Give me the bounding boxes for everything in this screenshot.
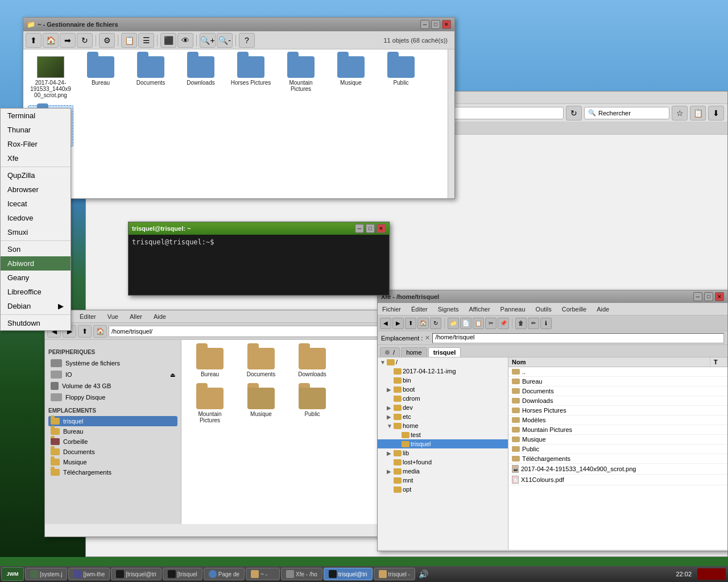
xfe-menu-afficher[interactable]: Afficher [466,305,492,314]
browser-bookmark-add-button[interactable]: 📋 [690,106,706,120]
bottom-file-bureau[interactable]: Bureau [187,346,233,380]
thunar-reload-button[interactable]: ↻ [77,33,93,48]
browser-refresh-button[interactable]: ↻ [566,106,582,120]
file-item-musique[interactable]: Musique [328,54,374,101]
xfe-row-dotdot[interactable]: .. [508,367,727,377]
context-menu-icedove[interactable]: Icedove [1,211,71,225]
browser-download-button[interactable]: ⬇ [708,106,724,120]
xfe-minimize-button[interactable]: ─ [693,292,702,301]
tree-item-test[interactable]: test [378,430,508,439]
xfe-new-file-button[interactable]: 📄 [460,318,471,329]
thunar-up-button[interactable]: ⬆ [26,33,42,48]
xfe-menu-aide[interactable]: Aide [594,305,611,314]
taskbar-item-thunar1[interactable]: ~ - [246,568,280,580]
xfe-forward-button[interactable]: ▶ [392,318,404,329]
terminal-content[interactable]: trisquel@trisquel:~$ [129,235,389,250]
xfe-menu-corbeille[interactable]: Corbeille [560,305,589,314]
context-menu-debian[interactable]: Debian ▶ [1,299,71,313]
context-menu-xfe[interactable]: Xfe [1,151,71,165]
file-item-bureau[interactable]: Bureau [78,54,123,101]
context-menu-rox-filer[interactable]: Rox-Filer [1,137,71,151]
volume-icon[interactable]: 🔊 [419,569,428,579]
xfe-row-horses[interactable]: Horses Pictures [508,406,727,415]
context-menu-abrowser[interactable]: Abrowser [1,182,71,197]
thunar-eye-button[interactable]: 👁 [177,33,193,48]
xfe-row-modeles[interactable]: Modèles [508,415,727,425]
xfe-location-clear-button[interactable]: ✕ [425,334,430,342]
bottom-file-musique[interactable]: Musique [238,385,284,426]
xfe-props-button[interactable]: ℹ [540,318,552,329]
xfe-paste-button[interactable]: 📌 [498,318,509,329]
thunar-bottom-menu-aide[interactable]: Aide [151,312,168,321]
xfe-row-screenshot[interactable]: 📷 2017-04-24-191533_1440x900_scrot.png [508,464,727,475]
file-item-horses[interactable]: Horses Pictures [228,54,274,101]
xfe-location-input[interactable]: /home/trisquel [432,333,724,343]
taskbar-item-thunar2[interactable]: trisquel - [374,568,415,580]
tree-item-root[interactable]: ▼ / [378,357,508,367]
xfe-close-button[interactable]: ✕ [715,292,724,301]
place-trisquel[interactable]: trisquel [48,416,177,426]
thunar-zoom-out-button[interactable]: 🔍- [217,33,233,48]
xfe-menu-outils[interactable]: Outils [533,305,554,314]
context-menu-geany[interactable]: Geany [1,271,71,285]
taskbar-start-button[interactable]: JWM [1,567,24,581]
thunar-bottom-menu-editer[interactable]: Éditer [77,312,98,321]
context-menu-smuxi[interactable]: Smuxi [1,225,71,239]
xfe-cut-button[interactable]: ✂ [485,318,497,329]
thunar-bottom-menu-aller[interactable]: Aller [127,312,144,321]
place-corbeille[interactable]: Corbeille [48,436,177,447]
thunar-top-scrollbar[interactable] [448,49,454,198]
taskbar-item-system[interactable]: [system.j [25,568,67,580]
taskbar-item-jwm[interactable]: [jwm-the [68,568,110,580]
tree-item-boot[interactable]: ▶ boot [378,385,508,394]
xfe-row-mountain[interactable]: Mountain Pictures [508,425,727,435]
thunar-help-button[interactable]: ? [239,33,255,48]
taskbar-item-terminal2[interactable]: [trisquel [163,568,202,580]
xfe-copy-button[interactable]: 📋 [473,318,484,329]
tree-item-home[interactable]: ▼ home [378,421,508,430]
tree-item-trisquel[interactable]: trisquel [378,439,508,448]
taskbar-item-browser[interactable]: Page de [204,568,245,580]
taskbar-item-xfe[interactable]: Xfe - /ho [281,568,322,580]
thunar-prefs-button[interactable]: ⚙ [99,33,115,48]
thunar-zoom-in-button[interactable]: 🔍+ [200,33,216,48]
xfe-tab-trisquel[interactable]: trisquel [428,347,461,357]
bottom-file-documents[interactable]: Documents [238,346,284,380]
context-menu-shutdown[interactable]: Shutdown [1,316,71,330]
device-io-eject[interactable]: ⏏ [170,372,175,378]
thunar-home-button[interactable]: 🏠 [43,33,59,48]
xfe-back-button[interactable]: ◀ [380,318,391,329]
thunar-bottom-up-button[interactable]: ⬆ [78,325,92,338]
context-menu-son[interactable]: Son [1,242,71,256]
tree-item-opt[interactable]: opt [378,485,508,494]
thunar-bottom-path[interactable]: /home/trisquel/ [109,326,383,337]
xfe-home-button[interactable]: 🏠 [417,318,429,329]
context-menu-terminal[interactable]: Terminal [1,109,71,123]
bottom-file-mountain[interactable]: Mountain Pictures [187,385,233,426]
place-musique[interactable]: Musique [48,457,177,467]
xfe-menu-panneau[interactable]: Panneau [498,305,528,314]
thunar-list-button[interactable]: ☰ [138,33,154,48]
bottom-file-public[interactable]: Public [289,385,335,426]
xfe-menu-editer[interactable]: Éditer [409,305,430,314]
thunar-bottom-menu-vue[interactable]: Vue [105,312,121,321]
device-floppy[interactable]: Floppy Disque [48,392,177,403]
tree-item-dev[interactable]: ▶ dev [378,403,508,412]
device-io[interactable]: IO ⏏ [48,369,177,380]
tree-item-img[interactable]: 2017-04-12-11-img [378,367,508,376]
xfe-row-pdf[interactable]: 📄 X11Colours.pdf [508,475,727,485]
tree-item-etc[interactable]: ▶ etc [378,412,508,421]
tree-item-lostfound[interactable]: lost+found [378,458,508,467]
tree-item-lib[interactable]: ▶ lib [378,448,508,458]
xfe-tab-root[interactable]: / [380,347,400,357]
xfe-tab-home[interactable]: home [401,347,427,357]
place-bureau[interactable]: Bureau [48,426,177,436]
xfe-new-dir-button[interactable]: 📁 [448,318,459,329]
thunar-forward-button[interactable]: ➡ [60,33,76,48]
device-filesystem[interactable]: Système de fichiers [48,357,177,369]
context-menu-abiword[interactable]: Abiword [1,256,71,271]
file-item-documents[interactable]: Documents [128,54,173,101]
file-item-mountain[interactable]: Mountain Pictures [278,54,324,101]
thunar-top-minimize-button[interactable]: ─ [420,20,429,29]
tree-item-media[interactable]: ▶ media [378,467,508,476]
